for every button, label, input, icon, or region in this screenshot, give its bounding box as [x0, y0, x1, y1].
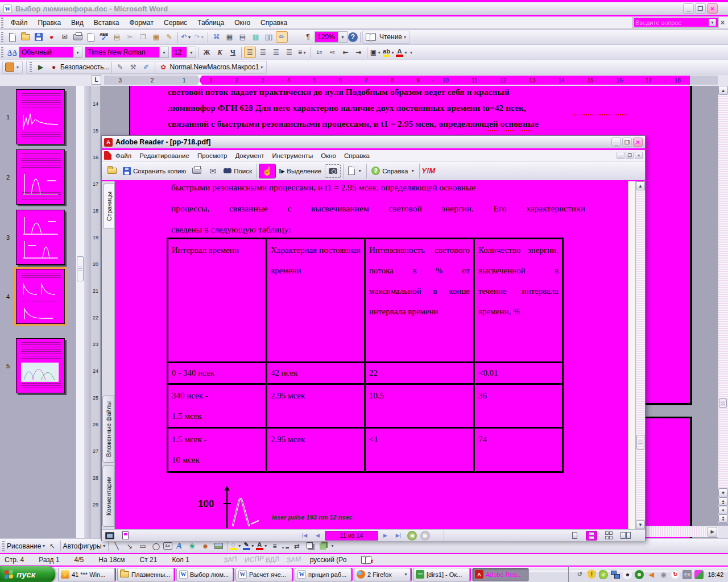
record-macro-icon[interactable]: ● — [48, 61, 60, 73]
volume-icon[interactable]: ◀ — [647, 570, 656, 579]
task-firefox-group[interactable]: 2 Firefox ▼ — [354, 568, 411, 581]
bullet-list-icon[interactable]: •≡ — [326, 47, 338, 58]
paste-icon[interactable]: ▦ — [150, 31, 162, 43]
toolbar-grip[interactable] — [2, 541, 5, 551]
task-word-raschet[interactable]: W Расчет яче... — [235, 568, 292, 581]
group-dropdown-icon[interactable]: ▼ — [404, 572, 408, 576]
draw-font-color-icon[interactable]: А▼ — [256, 541, 268, 552]
tables-borders-icon[interactable]: ▦ — [224, 31, 235, 43]
task-word-printsip[interactable]: W прнцип раб... — [295, 568, 351, 581]
reader-scroll-up-icon[interactable]: ▲ — [636, 181, 645, 190]
previous-page-icon[interactable]: ▲▲ — [718, 497, 728, 506]
yahoo-messenger-icon[interactable]: Y!M — [421, 167, 435, 175]
style-combo[interactable]: Обычный ▼ — [19, 47, 82, 58]
font-dropdown-icon[interactable]: ▼ — [159, 47, 168, 57]
display-settings-icon[interactable] — [694, 570, 704, 579]
continuous-facing-layout-icon[interactable] — [603, 531, 614, 541]
visual-basic-editor-icon[interactable]: ✎ — [114, 61, 126, 73]
design-mode-icon[interactable]: ✐ — [140, 61, 152, 73]
open-file-icon[interactable] — [105, 164, 119, 178]
zoom-dropdown-icon[interactable]: ▼ — [338, 32, 347, 42]
thumbnail-scrollbar[interactable] — [76, 86, 84, 538]
menu-view[interactable]: Вид — [66, 18, 89, 28]
help-icon[interactable]: ? — [348, 32, 358, 42]
status-revision-flag[interactable]: ИСПР — [245, 555, 253, 565]
print-preview-icon[interactable] — [85, 31, 97, 43]
font-size-dropdown-icon[interactable]: ▼ — [187, 47, 196, 57]
new-document-icon[interactable] — [6, 31, 18, 43]
hand-tool-button[interactable]: ☝ — [259, 164, 276, 178]
page-size-icon[interactable] — [122, 531, 129, 539]
zoom-tool-button[interactable]: ▼ — [345, 165, 365, 177]
menu-help[interactable]: Справка — [255, 18, 292, 28]
view-back-icon[interactable]: ◀ — [407, 531, 417, 541]
task-winamp[interactable]: ⚡ 41 *** Win... — [58, 568, 115, 581]
reader-close-button[interactable]: × — [633, 138, 643, 147]
line-spacing-icon[interactable]: ≡▼ — [296, 47, 308, 58]
print-icon[interactable] — [72, 31, 84, 43]
snapshot-tool-icon[interactable] — [325, 164, 341, 178]
email-icon[interactable]: ✉ — [59, 31, 71, 43]
increase-indent-icon[interactable]: ⇥ — [353, 47, 365, 58]
wordart-icon[interactable]: A — [173, 541, 185, 552]
font-combo[interactable]: Times New Roman ▼ — [85, 47, 169, 58]
font-color-icon[interactable]: А▼ — [396, 47, 408, 58]
close-button[interactable]: × — [707, 3, 718, 14]
highlight-icon[interactable]: ab▼ — [383, 47, 395, 58]
save-copy-button[interactable]: Сохранить копию — [120, 165, 189, 177]
reader-scrollbar-track[interactable] — [636, 190, 645, 520]
antivirus-icon[interactable]: ✓ — [599, 570, 608, 579]
reader-menu-document[interactable]: Документ — [231, 151, 268, 160]
audio-device-icon[interactable]: ◉ — [659, 570, 668, 579]
reader-titlebar[interactable]: A Adobe Reader - [pp-718.pdf] _ ❐ × — [102, 136, 645, 148]
reader-menu-file[interactable]: Файл — [111, 151, 135, 160]
language-indicator[interactable]: En — [682, 570, 692, 579]
arrow-icon[interactable]: ↘ — [124, 541, 136, 552]
word-horizontal-scrollbar[interactable]: ▶ — [643, 526, 718, 537]
thumbnail-page-2[interactable] — [16, 149, 65, 205]
format-painter-icon[interactable]: ✎ — [163, 31, 175, 43]
insert-picture-icon[interactable] — [213, 541, 225, 552]
close-document-icon[interactable]: × — [721, 19, 725, 27]
facing-layout-icon[interactable] — [620, 531, 631, 541]
search-button[interactable]: Поиск — [221, 166, 255, 176]
style-dropdown-icon[interactable]: ▼ — [73, 47, 82, 57]
security-button[interactable]: Безопасность... — [60, 63, 110, 71]
child-restore-button[interactable]: ❐ — [626, 152, 634, 159]
reader-scroll-down-icon[interactable]: ▼ — [636, 520, 645, 529]
shadow-style-icon[interactable] — [304, 541, 316, 552]
bold-icon[interactable]: Ж — [201, 47, 213, 58]
ask-question-input[interactable]: Введите вопрос ▼ — [633, 18, 718, 27]
toolbar-grip[interactable] — [1, 47, 3, 57]
copy-icon[interactable]: ❐ — [137, 31, 149, 43]
print-file-icon[interactable] — [189, 164, 204, 178]
toolbar-options-icon[interactable]: ▾ — [404, 35, 406, 40]
network-icon[interactable] — [611, 570, 620, 579]
permission-icon[interactable]: ● — [46, 31, 57, 43]
numbered-list-icon[interactable]: 1≡ — [313, 47, 325, 58]
status-overtype-flag[interactable]: ЗАМ — [287, 555, 295, 565]
status-extend-flag[interactable]: ВДЛ — [266, 555, 274, 565]
tab-selector[interactable]: L — [92, 75, 101, 85]
thumbnail-page-4-selected[interactable] — [16, 269, 65, 324]
thumbnail-page-3[interactable] — [16, 210, 65, 265]
ask-dropdown-icon[interactable]: ▼ — [709, 19, 716, 26]
arrow-style-icon[interactable]: ⇄ — [291, 541, 303, 552]
toolbar-options-icon[interactable]: ▾ — [260, 65, 263, 70]
toolbox-icon[interactable]: ⚒ — [127, 61, 139, 73]
toolbar-options-icon[interactable]: ▾ — [332, 543, 334, 548]
save-icon[interactable] — [32, 31, 44, 43]
messenger-icon[interactable]: ☻ — [623, 570, 632, 579]
first-page-icon[interactable]: |◀ — [299, 531, 310, 541]
next-page-icon[interactable]: ▶ — [380, 531, 391, 541]
3d-style-icon[interactable] — [317, 541, 329, 552]
task-folder-plasma[interactable]: Плазменны... — [117, 568, 174, 581]
next-page-icon[interactable]: ▼▼ — [718, 514, 728, 523]
reader-menu-edit[interactable]: Редактирование — [135, 151, 193, 160]
thumbnail-scrollbar-thumb[interactable] — [77, 256, 84, 281]
reader-minimize-button[interactable]: _ — [611, 138, 621, 147]
underline-icon[interactable]: Ч — [227, 47, 239, 58]
view-forward-icon[interactable]: ▶ — [420, 531, 430, 541]
reader-menu-view[interactable]: Просмотр — [193, 151, 231, 160]
show-paragraph-icon[interactable]: ¶ — [302, 31, 314, 43]
